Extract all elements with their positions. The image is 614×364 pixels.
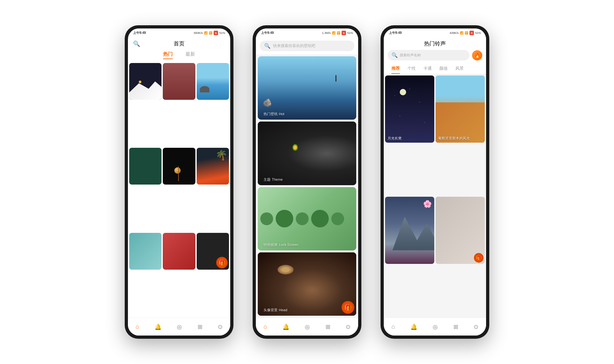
page-title-3: 热门铃声 xyxy=(424,40,446,47)
wallpaper-cell-9[interactable]: 🎁 xyxy=(197,233,229,270)
mountain-peak xyxy=(385,217,434,250)
tab-scenery[interactable]: 风景 xyxy=(452,63,468,74)
status-time-3: 上午9:49 xyxy=(389,31,402,35)
home-icon-2: ⌂ xyxy=(264,323,267,330)
search-icon-2: 🔍 xyxy=(264,43,271,49)
festival-icon-1: 🎁 xyxy=(216,257,228,268)
card-label-3: 特色锁屏Lock Screen xyxy=(262,242,298,247)
tab-beauty[interactable]: 颜值 xyxy=(436,63,452,74)
bell-icon-2: 🔔 xyxy=(282,323,289,330)
leaf-5 xyxy=(331,212,344,225)
game-icon-1: ◎ xyxy=(177,323,182,330)
nav-profile-3[interactable]: ⊙ xyxy=(474,323,478,330)
battery-2: 51% xyxy=(347,31,353,35)
card-label-1: 热门壁纸Hot xyxy=(262,111,284,116)
tab-cartoon[interactable]: 卡通 xyxy=(420,63,436,74)
phone3-avatar-btn[interactable]: 🔥 xyxy=(472,50,482,60)
photo-mountain[interactable]: 🌸 xyxy=(385,197,434,264)
grid-icon-3: ⊞ xyxy=(453,323,458,330)
tab-personality[interactable]: 个性 xyxy=(404,63,420,74)
nav-bar-2: ⌂ 🔔 ◎ ⊞ ⊙ xyxy=(256,318,358,336)
phone3-search-row: 🔍 搜索铃声名称 🔥 xyxy=(384,47,486,63)
nav-grid-2[interactable]: ⊞ xyxy=(326,323,330,330)
phone2-search-bar[interactable]: 🔍 快来搜索你喜欢的壁纸吧 xyxy=(260,41,354,51)
status-network-2: 1.3M/s xyxy=(322,31,331,35)
nav-bell-1[interactable]: 🔔 xyxy=(154,323,161,330)
nav-profile-1[interactable]: ⊙ xyxy=(218,323,223,330)
bell-icon-1: 🔔 xyxy=(154,323,161,330)
nav-grid-3[interactable]: ⊞ xyxy=(453,323,458,330)
card-label-4: 头像背景Head xyxy=(262,307,287,313)
game-icon-2: ◎ xyxy=(305,323,310,330)
nav-game-2[interactable]: ◎ xyxy=(305,323,310,330)
ocean-rocks: 🪨 xyxy=(263,98,272,107)
photo-label-2: 葡萄牙里斯本的风光 xyxy=(438,136,470,141)
status-badge-2: N xyxy=(342,31,346,35)
status-right-1: 583K/s 📶 🛜 N 51% xyxy=(194,31,225,35)
nav-game-3[interactable]: ◎ xyxy=(433,323,438,330)
wallpaper-cell-3[interactable] xyxy=(197,63,229,100)
photo-hands[interactable]: 🎁 xyxy=(436,197,485,264)
wallpaper-cell-2[interactable] xyxy=(163,63,195,100)
search-icon-3: 🔍 xyxy=(391,52,398,58)
profile-icon-1: ⊙ xyxy=(218,323,223,330)
card-head[interactable]: 头像背景Head 🎁 xyxy=(258,252,356,316)
profile-icon-2: ⊙ xyxy=(346,323,350,330)
photo-label-1: 月光长凳 xyxy=(388,136,402,141)
home-icon-3: ⌂ xyxy=(391,323,395,330)
leaf-2 xyxy=(276,210,293,227)
status-bar-1: 上午9:49 583K/s 📶 🛜 N 51% xyxy=(128,28,230,37)
grid-icon-1: ⊞ xyxy=(198,323,202,330)
phone-3: 上午9:49 439K/s 📶 🛜 N 51% 热门铃声 🔍 搜索铃声名称 🔥 xyxy=(381,25,489,339)
nav-game-1[interactable]: ◎ xyxy=(177,323,182,330)
phone-1: 上午9:49 583K/s 📶 🛜 N 51% 🔍 首页 热门 最新 xyxy=(125,25,233,339)
nav-bell-3[interactable]: 🔔 xyxy=(410,323,417,330)
cherry-blossom-icon: 🌸 xyxy=(423,200,432,208)
nav-home-3[interactable]: ⌂ xyxy=(391,323,395,330)
status-time-2: 上午9:49 xyxy=(261,31,274,35)
nav-profile-2[interactable]: ⊙ xyxy=(346,323,350,330)
wallpaper-cell-8[interactable] xyxy=(163,233,195,270)
nav-bar-3: ⌂ 🔔 ◎ ⊞ ⊙ xyxy=(384,318,486,336)
card-theme[interactable]: 主题Theme xyxy=(258,122,356,185)
nav-bar-1: ⌂ 🔔 ◎ ⊞ ⊙ xyxy=(128,318,230,336)
tab-recommended[interactable]: 推荐 xyxy=(388,63,404,74)
search-placeholder-2: 快来搜索你喜欢的壁纸吧 xyxy=(273,43,315,49)
nav-grid-1[interactable]: ⊞ xyxy=(198,323,202,330)
status-network-3: 439K/s xyxy=(450,31,459,35)
home-icon-1: ⌂ xyxy=(136,323,139,330)
status-bar-3: 上午9:49 439K/s 📶 🛜 N 51% xyxy=(384,28,486,37)
wallpaper-cell-7[interactable] xyxy=(129,233,161,270)
signal-icon-2: 📶 xyxy=(332,31,335,35)
leaf-circles xyxy=(258,187,356,250)
search-icon-1[interactable]: 🔍 xyxy=(133,40,140,47)
wallpaper-cell-5[interactable] xyxy=(163,148,195,185)
card-label-2: 主题Theme xyxy=(262,177,283,182)
phone1-header: 🔍 首页 xyxy=(128,37,230,50)
tab-hot[interactable]: 热门 xyxy=(163,51,173,59)
wallpaper-cell-4[interactable] xyxy=(129,148,161,185)
wallpaper-cell-1[interactable] xyxy=(129,63,161,100)
wallpaper-cell-6[interactable]: 🌴 xyxy=(197,148,229,185)
status-network-1: 583K/s xyxy=(194,31,203,35)
leaf-1 xyxy=(260,212,273,225)
tab-new[interactable]: 最新 xyxy=(185,51,195,59)
card-lockscreen[interactable]: 特色锁屏Lock Screen xyxy=(258,187,356,250)
wifi-icon-2: 🛜 xyxy=(337,31,340,35)
status-badge-1: N xyxy=(214,31,218,35)
nav-home-1[interactable]: ⌂ xyxy=(136,323,139,330)
page-title-1: 首页 xyxy=(174,40,185,47)
phone3-main: 热门铃声 🔍 搜索铃声名称 🔥 推荐 个性 卡通 颜值 风景 xyxy=(384,37,486,318)
photo-lisbon[interactable]: 葡萄牙里斯本的风光 xyxy=(436,75,485,143)
nav-bell-2[interactable]: 🔔 xyxy=(282,323,289,330)
wifi-icon-1: 🛜 xyxy=(209,31,212,35)
card-ocean[interactable]: 🪨 热门壁纸Hot xyxy=(258,56,356,120)
profile-icon-3: ⊙ xyxy=(474,323,478,330)
phone3-search-bar[interactable]: 🔍 搜索铃声名称 xyxy=(388,50,469,60)
signal-icon-1: 📶 xyxy=(204,31,208,35)
nav-home-2[interactable]: ⌂ xyxy=(264,323,267,330)
signal-icon-3: 📶 xyxy=(460,31,463,35)
photo-night-sky[interactable]: 月光长凳 xyxy=(385,75,434,143)
status-right-3: 439K/s 📶 🛜 N 51% xyxy=(450,31,481,35)
wifi-icon-3: 🛜 xyxy=(465,31,468,35)
